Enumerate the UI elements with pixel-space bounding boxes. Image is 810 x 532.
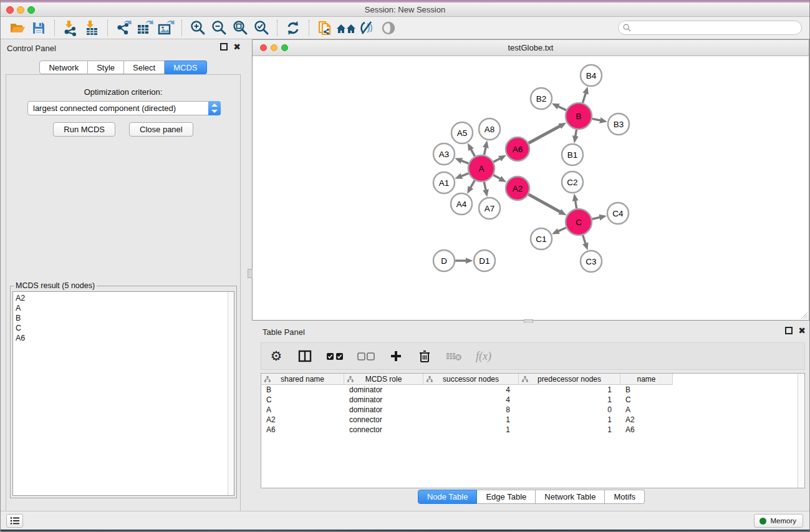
export-network-button[interactable] [113,19,134,37]
table-row[interactable]: B dominator 4 1 B [261,385,798,395]
table-body: B dominator 4 1 B C dominator 4 1 C A do… [261,385,798,488]
tab-edge-table[interactable]: Edge Table [477,490,536,504]
graph-edge-C-C1[interactable] [558,228,566,231]
refresh-button[interactable] [282,19,304,37]
graph-node-label-B3: B3 [614,120,624,129]
control-panel-close-icon[interactable]: ✖ [233,43,241,51]
open-session-icon [9,21,26,36]
graph-edge-A-A7[interactable] [484,182,486,190]
graph-edge-A2-C[interactable] [529,195,561,212]
mcds-result-item[interactable]: A2 [16,293,225,303]
graph-edge-C-C2[interactable] [576,201,577,209]
delete-table-button[interactable] [446,347,462,365]
export-table-button[interactable] [134,19,155,37]
vertical-splitter-handle[interactable] [248,269,253,278]
table-row[interactable]: A6 connector 1 1 A6 [261,425,798,435]
import-network-button[interactable] [60,19,81,37]
mcds-result-item[interactable]: C [16,323,225,333]
column-header-name[interactable]: name [620,374,673,385]
control-panel-float-icon[interactable] [220,43,228,51]
table-row[interactable]: C dominator 4 1 C [261,395,798,405]
graph-node-label-C1: C1 [536,235,546,244]
graph-edge-A6-B[interactable] [529,126,561,143]
node-table: shared name MCDS role successor nodes pr… [261,373,805,488]
mcds-tab-content: Optimization criterion: largest connecte… [6,74,241,532]
graph-edge-A-A6[interactable] [493,158,499,162]
graph-edge-A-A1[interactable] [461,173,468,176]
toolbar-separator [309,20,309,36]
zoom-fit-button[interactable] [229,19,251,37]
column-header-mcds-role[interactable]: MCDS role [344,374,423,385]
tab-select[interactable]: Select [124,60,165,74]
table-scrollbar[interactable] [798,374,804,488]
task-history-button[interactable] [6,514,23,528]
graph-edge-A-A3[interactable] [461,161,468,163]
export-image-button[interactable] [155,19,176,37]
result-list-scrollbar[interactable] [228,292,234,495]
select-all-columns-button[interactable] [326,347,344,365]
show-graphics-details-button[interactable] [378,19,399,37]
control-panel-titlebar: Control Panel ✖ [1,39,246,57]
tab-style[interactable]: Style [88,60,124,74]
mcds-result-list[interactable]: A2 A B C A6 [12,291,234,496]
column-view-button[interactable] [297,347,312,365]
save-session-button[interactable] [28,19,49,37]
toolbar-separator [277,20,277,36]
function-builder-button[interactable]: f(x) [476,347,491,365]
deselect-all-columns-button[interactable] [357,347,375,365]
mcds-result-item[interactable]: B [16,313,225,323]
hide-selected-button[interactable] [357,19,378,37]
add-column-button[interactable] [388,347,403,365]
network-graph[interactable]: AA1A3A4A5A7A8A6A2BB1B2B3B4CC1C2C3C4DD1 [253,56,809,321]
memory-button[interactable]: Memory [754,514,803,528]
open-session-button[interactable] [7,19,28,37]
tab-mcds[interactable]: MCDS [165,60,206,74]
tab-motifs[interactable]: Motifs [605,490,645,504]
graph-node-label-B1: B1 [567,150,578,160]
close-panel-button[interactable]: Close panel [129,122,193,137]
run-mcds-button[interactable]: Run MCDS [53,122,115,137]
graph-node-label-C: C [576,218,582,227]
column-header-successor-nodes[interactable]: successor nodes [423,374,519,385]
graph-node-label-D1: D1 [479,256,489,266]
network-window-titlebar[interactable]: testGlobe.txt [253,40,809,56]
table-panel-close-icon[interactable]: ✖ [798,327,806,334]
table-panel-float-icon[interactable] [785,327,793,334]
mcds-result-item[interactable]: A6 [16,333,225,343]
column-header-predecessor-nodes[interactable]: predecessor nodes [519,374,620,385]
graph-edge-A-A5[interactable] [471,149,475,156]
network-canvas[interactable]: AA1A3A4A5A7A8A6A2BB1B2B3B4CC1C2C3C4DD1 [253,56,809,320]
table-row[interactable]: A2 connector 1 1 A2 [261,415,798,425]
zoom-out-button[interactable] [208,19,229,37]
tab-node-table[interactable]: Node Table [418,490,478,504]
column-header-shared-name[interactable]: shared name [261,374,344,385]
graph-edge-B-B2[interactable] [558,107,566,110]
graph-edge-B-B1[interactable] [576,130,577,137]
graph-edge-A-A4[interactable] [471,180,475,188]
window-title: Session: New Session [1,5,809,14]
graph-edge-C-C4[interactable] [592,218,599,220]
tab-network[interactable]: Network [39,60,88,74]
table-row[interactable]: A dominator 8 0 A [261,405,798,415]
zoom-fit-icon [232,20,248,36]
delete-column-button[interactable] [417,347,432,365]
window-resize-grip[interactable] [799,311,808,319]
graph-edge-A-A2[interactable] [493,175,500,179]
optimization-criterion-select[interactable]: largest connected component (directed) [27,101,221,115]
mcds-result-item[interactable]: A [16,303,225,313]
graph-edge-C-C3[interactable] [583,235,586,243]
graph-node-label-A1: A1 [439,178,450,188]
new-network-from-selection-button[interactable] [314,19,335,37]
graph-edge-B-B3[interactable] [592,118,600,120]
tab-network-table[interactable]: Network Table [536,490,605,504]
import-table-button[interactable] [81,19,102,37]
search-input[interactable] [618,21,802,35]
column-type-icon [347,376,354,382]
zoom-selected-button[interactable] [251,19,272,37]
graph-edge-B-B4[interactable] [582,94,586,103]
zoom-in-button[interactable] [187,19,208,37]
table-options-gear-button[interactable]: ⚙ [269,347,284,365]
graph-edge-A-A8[interactable] [484,147,485,155]
first-neighbors-button[interactable] [335,19,357,37]
export-image-icon [157,20,175,36]
